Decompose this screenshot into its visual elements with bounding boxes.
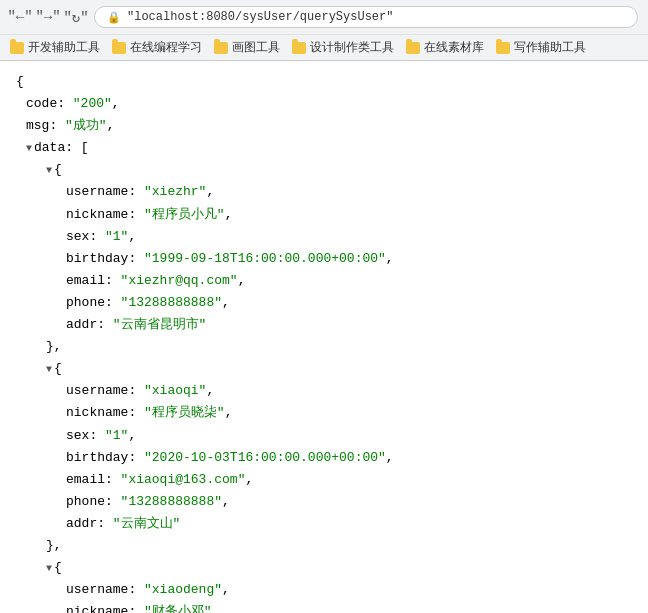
collapse-data[interactable]: ▼: [26, 140, 32, 157]
bookmark-draw[interactable]: 画图工具: [214, 39, 280, 56]
u2-sex: sex: "1",: [16, 425, 632, 447]
u2-phone: phone: "13288888888",: [16, 491, 632, 513]
bookmark-label: 在线编程学习: [130, 39, 202, 56]
user3-open: ▼{: [16, 557, 632, 579]
user1-close: },: [16, 336, 632, 358]
address-bar[interactable]: 🔒 "localhost:8080/sysUser/querySysUser": [94, 6, 638, 28]
bookmark-writing[interactable]: 写作辅助工具: [496, 39, 586, 56]
bookmark-learn[interactable]: 在线编程学习: [112, 39, 202, 56]
msg-line: msg: "成功",: [16, 115, 632, 137]
u1-username: username: "xiezhr",: [16, 181, 632, 203]
u2-addr: addr: "云南文山": [16, 513, 632, 535]
u1-phone: phone: "13288888888",: [16, 292, 632, 314]
collapse-user1[interactable]: ▼: [46, 162, 52, 179]
folder-icon: [112, 42, 126, 54]
folder-icon: [10, 42, 24, 54]
folder-icon: [292, 42, 306, 54]
folder-icon: [214, 42, 228, 54]
bookmark-label: 写作辅助工具: [514, 39, 586, 56]
data-line: ▼data: [: [16, 137, 632, 159]
u1-email: email: "xiezhr@qq.com",: [16, 270, 632, 292]
u1-addr: addr: "云南省昆明市": [16, 314, 632, 336]
u2-username: username: "xiaoqi",: [16, 380, 632, 402]
code-line: code: "200",: [16, 93, 632, 115]
bookmark-assets[interactable]: 在线素材库: [406, 39, 484, 56]
lock-icon: 🔒: [107, 11, 121, 24]
collapse-user2[interactable]: ▼: [46, 361, 52, 378]
bookmark-label: 画图工具: [232, 39, 280, 56]
bookmark-label: 设计制作类工具: [310, 39, 394, 56]
url-text: "localhost:8080/sysUser/querySysUser": [127, 10, 393, 24]
u1-nickname: nickname: "程序员小凡",: [16, 204, 632, 226]
collapse-user3[interactable]: ▼: [46, 560, 52, 577]
user2-close: },: [16, 535, 632, 557]
bookmark-design[interactable]: 设计制作类工具: [292, 39, 394, 56]
user2-open: ▼{: [16, 358, 632, 380]
bookmark-devtools[interactable]: 开发辅助工具: [10, 39, 100, 56]
forward-button[interactable]: "→": [38, 7, 58, 27]
user1-open: ▼{: [16, 159, 632, 181]
back-button[interactable]: "←": [10, 7, 30, 27]
u1-sex: sex: "1",: [16, 226, 632, 248]
root-open: {: [16, 71, 632, 93]
bookmark-label: 开发辅助工具: [28, 39, 100, 56]
u3-nickname: nickname: "财务小邓",: [16, 601, 632, 613]
folder-icon: [496, 42, 510, 54]
u2-nickname: nickname: "程序员晓柒",: [16, 402, 632, 424]
u2-email: email: "xiaoqi@163.com",: [16, 469, 632, 491]
u2-birthday: birthday: "2020-10-03T16:00:00.000+00:00…: [16, 447, 632, 469]
u1-birthday: birthday: "1999-09-18T16:00:00.000+00:00…: [16, 248, 632, 270]
browser-nav: "←" "→" "↻" 🔒 "localhost:8080/sysUser/qu…: [0, 0, 648, 34]
json-content: { code: "200", msg: "成功", ▼data: [ ▼{ us…: [0, 61, 648, 613]
browser-chrome: "←" "→" "↻" 🔒 "localhost:8080/sysUser/qu…: [0, 0, 648, 61]
refresh-button[interactable]: "↻": [66, 7, 86, 27]
folder-icon: [406, 42, 420, 54]
bookmarks-bar: 开发辅助工具 在线编程学习 画图工具 设计制作类工具 在线素材库 写作辅助工具: [0, 34, 648, 60]
bookmark-label: 在线素材库: [424, 39, 484, 56]
u3-username: username: "xiaodeng",: [16, 579, 632, 601]
